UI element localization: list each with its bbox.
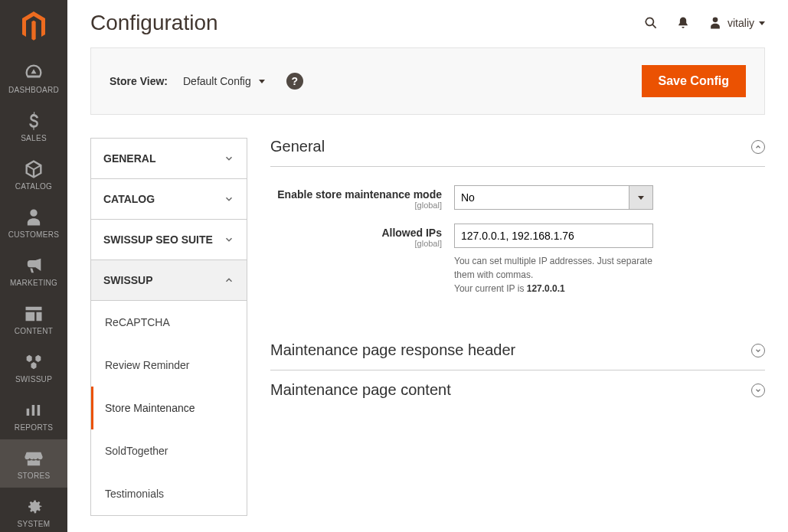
top-bar: Configuration vitaliy: [67, 0, 788, 43]
magento-logo[interactable]: [0, 0, 67, 54]
nav-swissup[interactable]: SWISSUP: [0, 343, 67, 391]
save-config-button[interactable]: Save Config: [642, 65, 746, 97]
row-allowed-ips: Allowed IPs [global] You can set multipl…: [270, 224, 765, 295]
megaphone-icon: [23, 256, 44, 276]
nav-label: SYSTEM: [18, 520, 51, 528]
store-icon: [23, 449, 44, 468]
scope-switcher[interactable]: Default Config: [183, 75, 265, 87]
fieldset-general-head[interactable]: General: [270, 138, 765, 167]
chevron-down-icon: [224, 194, 234, 204]
user-name: vitaliy: [728, 17, 754, 29]
search-icon[interactable]: [643, 15, 659, 31]
nav-system[interactable]: SYSTEM: [0, 488, 67, 532]
fieldset-title: Maintenance page content: [270, 381, 451, 399]
nav-content[interactable]: CONTENT: [0, 295, 67, 343]
nav-marketing[interactable]: MARKETING: [0, 246, 67, 295]
scope-value-text: Default Config: [183, 75, 251, 87]
sub-items: ReCAPTCHA Review Reminder Store Maintena…: [91, 301, 247, 515]
sub-item-store-maintenance[interactable]: Store Maintenance: [91, 387, 247, 429]
nav-stores[interactable]: STORES: [0, 439, 67, 488]
nav-label: DASHBOARD: [8, 86, 59, 94]
nav-catalog[interactable]: CATALOG: [0, 150, 67, 198]
nav-label: SWISSUP: [15, 375, 52, 383]
nav-label: SALES: [21, 134, 47, 142]
enable-maintenance-label: Enable store maintenance mode: [277, 188, 442, 201]
sub-item-recaptcha[interactable]: ReCAPTCHA: [91, 301, 247, 344]
select-arrow-icon[interactable]: [629, 185, 653, 210]
user-menu[interactable]: vitaliy: [708, 15, 765, 31]
tab-section-label: GENERAL: [103, 152, 155, 165]
fieldset-general-body: Enable store maintenance mode [global] N…: [270, 167, 765, 331]
nav-reports[interactable]: REPORTS: [0, 391, 67, 439]
user-icon: [708, 15, 723, 31]
admin-sidebar: DASHBOARD SALES CATALOG CUSTOMERS MARKET…: [0, 0, 67, 532]
sub-item-soldtogether[interactable]: SoldTogether: [91, 429, 247, 472]
nav-label: REPORTS: [15, 423, 53, 432]
nav-label: CONTENT: [15, 327, 53, 335]
layout-icon: [23, 304, 44, 324]
gear-icon: [23, 497, 44, 517]
allowed-ips-input[interactable]: [454, 224, 653, 248]
tab-section-seo-suite[interactable]: SWISSUP SEO SUITE: [91, 220, 247, 260]
nav-label: CUSTOMERS: [8, 230, 59, 239]
sub-item-review-reminder[interactable]: Review Reminder: [91, 344, 247, 387]
scope-hint: [global]: [270, 239, 442, 248]
chevron-down-icon: [224, 153, 234, 164]
dollar-icon: [23, 111, 44, 131]
tab-section-label: SWISSUP SEO SUITE: [103, 233, 213, 246]
config-tabs: GENERAL CATALOG SWISSUP SEO SUITE SWISSU…: [90, 138, 247, 516]
nav-label: STORES: [18, 472, 51, 480]
bar-chart-icon: [23, 400, 44, 420]
collapse-down-icon: [751, 383, 765, 397]
allowed-ips-note: You can set multiple IP addresses. Just …: [454, 254, 653, 295]
form-area: General Enable store maintenance mode [g…: [270, 138, 765, 410]
page-title: Configuration: [90, 11, 643, 35]
fieldset-title: Maintenance page response header: [270, 341, 515, 359]
chevron-up-icon: [224, 275, 234, 286]
box-icon: [23, 159, 44, 179]
scope-hint: [global]: [270, 201, 442, 210]
fieldset-title: General: [270, 138, 325, 155]
allowed-ips-label: Allowed IPs: [381, 227, 442, 239]
caret-down-icon: [259, 80, 265, 83]
dashboard-icon: [23, 63, 44, 83]
enable-maintenance-select[interactable]: No: [454, 185, 629, 210]
magento-logo-icon: [20, 11, 47, 42]
scope-toolbar: Store View: Default Config ? Save Config: [90, 47, 765, 115]
fieldset-page-content-head[interactable]: Maintenance page content: [270, 370, 765, 410]
nav-dashboard[interactable]: DASHBOARD: [0, 54, 67, 102]
tab-section-label: CATALOG: [103, 193, 155, 205]
nav-label: MARKETING: [10, 279, 57, 287]
tab-section-swissup[interactable]: SWISSUP: [91, 260, 247, 301]
help-icon[interactable]: ?: [286, 73, 303, 90]
bell-icon[interactable]: [675, 15, 691, 31]
hexagons-icon: [23, 352, 44, 372]
sub-item-testimonials[interactable]: Testimonials: [91, 472, 247, 515]
chevron-down-icon: [224, 234, 234, 245]
tab-section-catalog[interactable]: CATALOG: [91, 179, 247, 220]
nav-sales[interactable]: SALES: [0, 102, 67, 150]
fieldset-response-header-head[interactable]: Maintenance page response header: [270, 331, 765, 370]
collapse-down-icon: [751, 344, 765, 357]
nav-label: CATALOG: [15, 182, 52, 191]
tab-section-label: SWISSUP: [103, 274, 153, 286]
caret-down-icon: [759, 21, 765, 25]
nav-customers[interactable]: CUSTOMERS: [0, 198, 67, 246]
scope-label: Store View:: [110, 75, 168, 87]
collapse-up-icon: [751, 140, 765, 154]
row-enable-maintenance: Enable store maintenance mode [global] N…: [270, 185, 765, 210]
tab-section-general[interactable]: GENERAL: [91, 139, 247, 179]
person-icon: [23, 207, 44, 227]
